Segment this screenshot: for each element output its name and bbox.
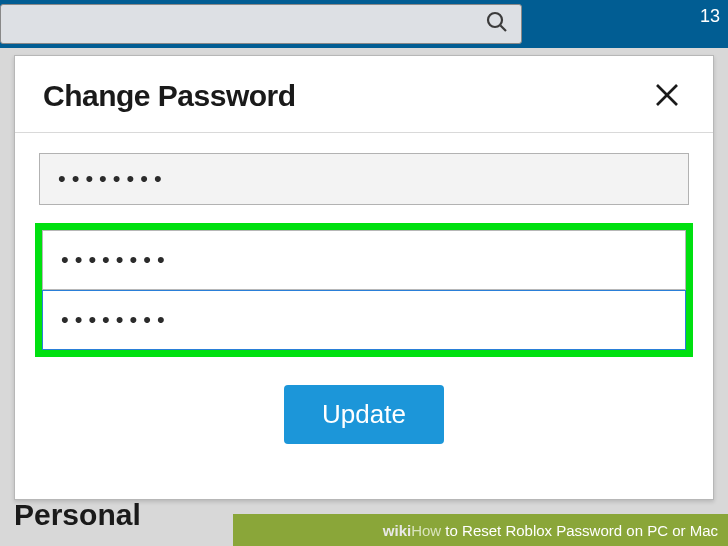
svg-point-0 xyxy=(488,13,502,27)
app-top-bar: 13 xyxy=(0,0,728,48)
button-row: Update xyxy=(39,385,689,444)
update-button[interactable]: Update xyxy=(284,385,444,444)
change-password-modal: Change Password Update xyxy=(14,55,714,500)
new-password-input[interactable] xyxy=(42,230,686,290)
modal-header: Change Password xyxy=(15,56,713,133)
new-password-highlight-group xyxy=(35,223,693,357)
close-icon xyxy=(653,81,681,112)
svg-line-1 xyxy=(501,26,507,32)
watermark-article: to Reset Roblox Password on PC or Mac xyxy=(441,522,718,539)
modal-title: Change Password xyxy=(43,79,296,113)
watermark-bar: wikiHow to Reset Roblox Password on PC o… xyxy=(0,514,728,546)
watermark-brand-prefix: wiki xyxy=(383,522,411,539)
close-button[interactable] xyxy=(649,78,685,114)
modal-body: Update xyxy=(15,133,713,444)
search-box[interactable] xyxy=(0,4,522,44)
current-password-input[interactable] xyxy=(39,153,689,205)
clock-text: 13 xyxy=(700,6,720,27)
watermark-text: wikiHow to Reset Roblox Password on PC o… xyxy=(383,522,718,539)
confirm-password-input[interactable] xyxy=(42,290,686,350)
watermark-brand-suffix: How xyxy=(411,522,441,539)
search-icon xyxy=(485,10,509,38)
